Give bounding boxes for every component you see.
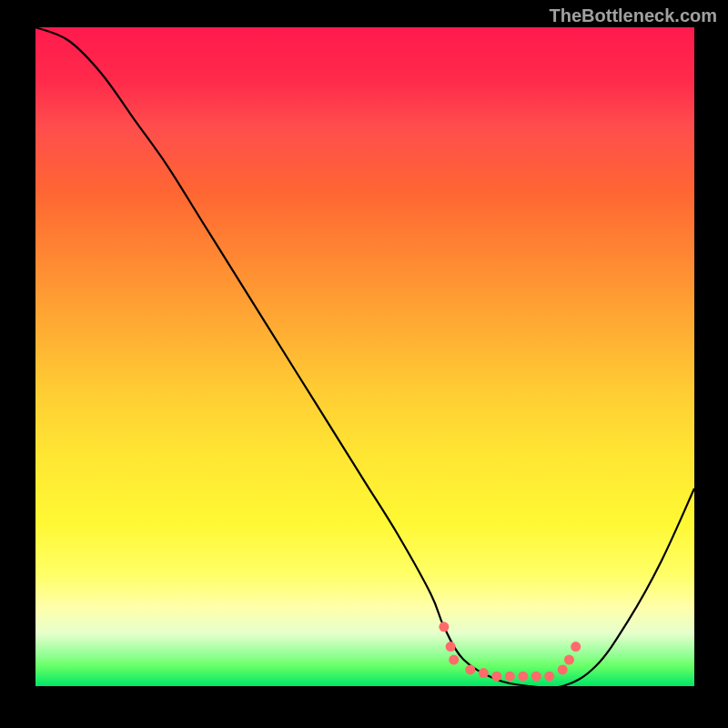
marker-point xyxy=(446,642,456,652)
marker-point xyxy=(465,664,475,674)
marker-point xyxy=(531,672,541,682)
marker-point xyxy=(544,672,554,682)
marker-point xyxy=(449,655,459,665)
marker-point xyxy=(558,664,568,674)
chart-container: TheBottleneck.com xyxy=(0,0,728,728)
marker-point xyxy=(491,672,501,682)
marker-point xyxy=(505,672,515,682)
marker-point xyxy=(439,622,449,632)
curve-markers xyxy=(439,622,581,681)
marker-point xyxy=(518,672,528,682)
marker-point xyxy=(564,655,574,665)
chart-svg xyxy=(35,27,694,686)
watermark-text: TheBottleneck.com xyxy=(550,5,717,26)
marker-point xyxy=(479,668,489,678)
marker-point xyxy=(571,642,581,652)
bottleneck-curve xyxy=(35,27,694,688)
